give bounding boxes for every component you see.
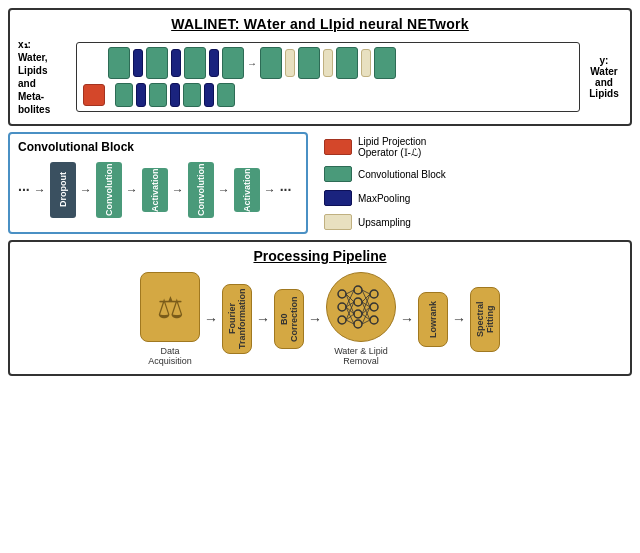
walinet-label: Water & LipidRemoval <box>334 346 388 366</box>
lipid-block <box>83 84 105 106</box>
arrow-cb-2: → <box>126 183 138 197</box>
svg-point-1 <box>338 303 346 311</box>
conv-block-b4 <box>217 83 235 107</box>
legend-item-conv: Convolutional Block <box>324 166 624 182</box>
middle-section: Convolutional Block ··· → Dropout → Conv… <box>8 132 632 234</box>
walinet-circle-box <box>326 272 396 342</box>
svg-point-6 <box>354 320 362 328</box>
encoder-row-bottom <box>83 83 573 107</box>
legend-label-upsample: Upsampling <box>358 217 411 228</box>
arrow-p-2: → <box>256 311 270 327</box>
walinet-section: WALINET: WAter and LIpid neural NETwork … <box>8 8 632 126</box>
arrow-cb-5: → <box>264 183 276 197</box>
maxpool-1 <box>133 49 143 77</box>
maxpool-3 <box>209 49 219 77</box>
arrow-p-1: → <box>204 311 218 327</box>
svg-point-3 <box>354 286 362 294</box>
legend-item-maxpool: MaxPooling <box>324 190 624 206</box>
conv-block-b1 <box>115 83 133 107</box>
svg-point-0 <box>338 290 346 298</box>
pipeline-content: ⚖ Data Acquisition → Fourier Tranformati… <box>18 272 622 366</box>
neural-network-icon <box>334 280 388 334</box>
legend-icon-upsample <box>324 214 352 230</box>
dots-right: ··· <box>280 182 292 198</box>
svg-point-8 <box>370 303 378 311</box>
conv-block-7 <box>336 47 358 79</box>
legend-item-lipid: Lipid ProjectionOperator (𝕀-ℒ) <box>324 136 624 158</box>
dropout-block: Dropout <box>50 162 76 218</box>
legend-label-conv: Convolutional Block <box>358 169 446 180</box>
legend-icon-maxpool <box>324 190 352 206</box>
encoder-row-top: → <box>83 47 573 79</box>
spectral-box: Spectral Fitting <box>470 287 500 352</box>
conv-block-b2 <box>149 83 167 107</box>
walinet-content: x₁:Water,LipidsandMeta-bolites <box>18 38 622 116</box>
conv-block-diagram: ··· → Dropout → Convolution → Activation… <box>18 162 298 218</box>
conv-block-3 <box>184 47 206 79</box>
walinet-title: WALINET: WAter and LIpid neural NETwork <box>18 16 622 32</box>
arrow-cb-3: → <box>172 183 184 197</box>
x1-label: x₁:Water,LipidsandMeta-bolites <box>18 38 70 116</box>
upsample-3 <box>361 49 371 77</box>
conv-block-4 <box>222 47 244 79</box>
pipeline-item-fourier: Fourier Tranformation <box>222 284 252 354</box>
network-diagram: → <box>76 42 580 112</box>
conv-block-section: Convolutional Block ··· → Dropout → Conv… <box>8 132 308 234</box>
conv-block-b3 <box>183 83 201 107</box>
svg-point-9 <box>370 316 378 324</box>
arrow-p-3: → <box>308 311 322 327</box>
conv-block-8 <box>374 47 396 79</box>
upsample-1 <box>285 49 295 77</box>
scale-icon: ⚖ <box>157 290 184 325</box>
conv-block-5 <box>260 47 282 79</box>
legend-item-upsample: Upsampling <box>324 214 624 230</box>
activation-block-1: Activation <box>142 168 168 212</box>
svg-point-5 <box>354 310 362 318</box>
pipeline-item-walinet: Water & LipidRemoval <box>326 272 396 366</box>
legend-icon-conv <box>324 166 352 182</box>
b0-box: B0 Correction <box>274 289 304 349</box>
arrow-p-5: → <box>452 311 466 327</box>
convolution-block-2: Convolution <box>188 162 214 218</box>
legend-label-lipid: Lipid ProjectionOperator (𝕀-ℒ) <box>358 136 426 158</box>
acquisition-label: Data Acquisition <box>143 346 198 366</box>
maxpool-b3 <box>204 83 214 107</box>
pipeline-title: Processing Pipeline <box>18 248 622 264</box>
svg-point-7 <box>370 290 378 298</box>
convolution-block-1: Convolution <box>96 162 122 218</box>
main-container: WALINET: WAter and LIpid neural NETwork … <box>0 0 640 553</box>
acquisition-box: ⚖ <box>140 272 200 342</box>
activation-block-2: Activation <box>234 168 260 212</box>
legend-icon-lipid <box>324 139 352 155</box>
dots-left: ··· <box>18 182 30 198</box>
pipeline-item-lowrank: Lowrank <box>418 292 448 347</box>
lowrank-box: Lowrank <box>418 292 448 347</box>
upsample-2 <box>323 49 333 77</box>
svg-line-16 <box>346 307 354 324</box>
maxpool-b1 <box>136 83 146 107</box>
pipeline-section: Processing Pipeline ⚖ Data Acquisition →… <box>8 240 632 376</box>
network-rows: → <box>76 42 580 112</box>
arrow-cb-1: → <box>80 183 92 197</box>
fourier-box: Fourier Tranformation <box>222 284 252 354</box>
pipeline-item-acquisition: ⚖ Data Acquisition <box>140 272 200 366</box>
arrow-cb-4: → <box>218 183 230 197</box>
maxpool-2 <box>171 49 181 77</box>
conv-block-1 <box>108 47 130 79</box>
legend-section: Lipid ProjectionOperator (𝕀-ℒ) Convoluti… <box>316 132 632 234</box>
svg-point-2 <box>338 316 346 324</box>
pipeline-item-b0: B0 Correction <box>274 289 304 349</box>
svg-point-4 <box>354 298 362 306</box>
pipeline-item-spectral: Spectral Fitting <box>470 287 500 352</box>
conv-block-2 <box>146 47 168 79</box>
svg-line-28 <box>362 307 370 324</box>
arrow-p-4: → <box>400 311 414 327</box>
arrow-cb-0: → <box>34 183 46 197</box>
conv-block-title: Convolutional Block <box>18 140 298 154</box>
y-label: y:WaterandLipids <box>586 55 622 99</box>
legend-label-maxpool: MaxPooling <box>358 193 410 204</box>
maxpool-b2 <box>170 83 180 107</box>
conv-block-6 <box>298 47 320 79</box>
arrow-mid: → <box>247 58 257 69</box>
